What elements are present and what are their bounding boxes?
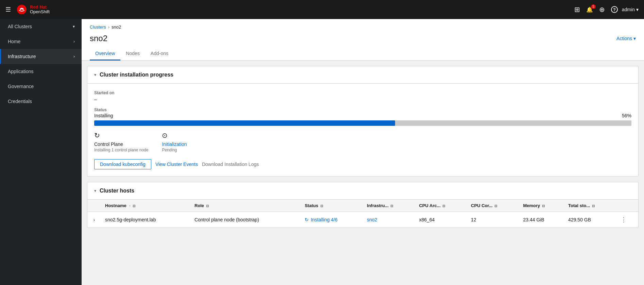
started-on-label: Started on bbox=[94, 90, 114, 95]
status-installing: ↻ Installing 4/6 bbox=[305, 217, 359, 222]
download-kubeconfig-button[interactable]: Download kubeconfig bbox=[94, 159, 151, 169]
collapse-icon: ▾ bbox=[94, 72, 96, 77]
hostname-sort-icon: ↑ bbox=[129, 204, 131, 208]
th-status[interactable]: Status ⊟ bbox=[301, 200, 363, 212]
th-infra[interactable]: Infrastru... ⊟ bbox=[363, 200, 415, 212]
infra-link[interactable]: sno2 bbox=[367, 217, 377, 222]
breadcrumb-separator: › bbox=[108, 24, 109, 30]
content-area: ▾ Cluster installation progress Started … bbox=[82, 61, 644, 285]
status-filter-icon[interactable]: ⊟ bbox=[320, 204, 323, 208]
help-icon[interactable]: ? bbox=[611, 6, 618, 13]
status-link[interactable]: Installing 4/6 bbox=[311, 217, 338, 222]
initialization-icon: ⊙ bbox=[162, 131, 187, 139]
cluster-hosts-body: Hostname ↑ ⊟ Role ⊟ Status bbox=[87, 200, 638, 228]
infra-filter-icon[interactable]: ⊟ bbox=[390, 204, 393, 208]
cluster-installation-title: Cluster installation progress bbox=[100, 72, 173, 78]
view-cluster-events-link[interactable]: View Cluster Events bbox=[155, 162, 198, 167]
sidebar-item-infrastructure[interactable]: Infrastructure › bbox=[0, 49, 82, 64]
initialization-sub: Pending bbox=[162, 148, 187, 152]
memory-filter-icon[interactable]: ⊟ bbox=[542, 204, 545, 208]
svg-point-0 bbox=[17, 5, 27, 14]
chevron-right-icon: › bbox=[73, 39, 75, 44]
add-icon[interactable]: ⊕ bbox=[599, 5, 605, 14]
hamburger-menu-icon[interactable]: ☰ bbox=[5, 6, 11, 13]
notifications-icon[interactable]: 🔔 bbox=[586, 6, 593, 13]
tabs-bar: Overview Nodes Add-ons bbox=[82, 47, 644, 61]
page-header: sno2 Actions ▾ bbox=[82, 32, 644, 47]
th-expand bbox=[87, 200, 101, 212]
table-row: › sno2.5g-deployment.lab Control plane n… bbox=[87, 212, 638, 228]
row-expand-button[interactable]: › bbox=[94, 218, 95, 222]
cell-cpu-cores: 12 bbox=[467, 212, 519, 228]
redhat-logo-icon bbox=[16, 4, 27, 15]
sidebar-item-applications[interactable]: Applications bbox=[0, 64, 82, 79]
row-kebab-menu-button[interactable]: ⋮ bbox=[621, 216, 627, 223]
installing-spin-icon: ↻ bbox=[305, 217, 309, 222]
user-menu[interactable]: admin ▾ bbox=[622, 7, 639, 12]
cell-row-actions: ⋮ bbox=[616, 212, 638, 228]
cell-cpu-arch: x86_64 bbox=[415, 212, 467, 228]
th-cpu-arch[interactable]: CPU Arc... ⊟ bbox=[415, 200, 467, 212]
progress-steps: ↻ Control Plane Installing 1 control pla… bbox=[94, 131, 631, 152]
sidebar: All Clusters ▾ Home › Infrastructure › A… bbox=[0, 19, 82, 285]
cell-memory: 23.44 GiB bbox=[519, 212, 564, 228]
th-row-actions bbox=[616, 200, 638, 212]
cluster-hosts-panel-header[interactable]: ▾ Cluster hosts bbox=[87, 182, 638, 200]
grid-icon[interactable]: ⊞ bbox=[574, 5, 580, 14]
user-label: admin bbox=[622, 7, 635, 12]
sidebar-item-all-clusters[interactable]: All Clusters ▾ bbox=[0, 19, 82, 34]
th-hostname[interactable]: Hostname ↑ ⊟ bbox=[101, 200, 190, 212]
status-section: Status Installing 56% bbox=[94, 107, 631, 126]
top-navigation: ☰ Red Hat OpenShift ⊞ 🔔 ⊕ ? admin ▾ bbox=[0, 0, 644, 19]
main-content: Clusters › sno2 sno2 Actions ▾ Overview … bbox=[82, 19, 644, 285]
progress-step-initialization: ⊙ Initialization Pending bbox=[162, 131, 187, 152]
tab-overview[interactable]: Overview bbox=[90, 47, 120, 61]
openshift-label: OpenShift bbox=[30, 10, 50, 14]
cpu-cores-filter-icon[interactable]: ⊟ bbox=[494, 204, 497, 208]
initialization-link[interactable]: Initialization bbox=[162, 141, 187, 147]
download-installation-logs-link: Download Installation Logs bbox=[202, 162, 259, 167]
page-title: sno2 bbox=[90, 34, 107, 43]
control-plane-title: Control Plane bbox=[94, 141, 148, 147]
user-caret-icon: ▾ bbox=[636, 7, 639, 12]
collapse-hosts-icon: ▾ bbox=[94, 188, 96, 193]
progress-percentage: 56% bbox=[622, 113, 631, 118]
th-cpu-cores[interactable]: CPU Cor... ⊟ bbox=[467, 200, 519, 212]
sidebar-item-governance[interactable]: Governance bbox=[0, 79, 82, 94]
hosts-table: Hostname ↑ ⊟ Role ⊟ Status bbox=[87, 200, 638, 228]
status-label: Status bbox=[94, 107, 631, 112]
storage-filter-icon[interactable]: ⊟ bbox=[592, 204, 595, 208]
th-storage[interactable]: Total sto... ⊟ bbox=[564, 200, 616, 212]
actions-button[interactable]: Actions ▾ bbox=[616, 36, 636, 41]
tab-addons[interactable]: Add-ons bbox=[145, 47, 174, 61]
install-grid: Started on – bbox=[94, 90, 631, 102]
progress-bar bbox=[94, 120, 631, 126]
control-plane-icon: ↻ bbox=[94, 131, 148, 139]
th-role[interactable]: Role ⊟ bbox=[190, 200, 301, 212]
sidebar-item-credentials[interactable]: Credentials bbox=[0, 94, 82, 109]
hostname-filter-icon[interactable]: ⊟ bbox=[133, 204, 135, 208]
redhat-label: Red Hat bbox=[30, 5, 50, 10]
cluster-installation-panel-header[interactable]: ▾ Cluster installation progress bbox=[87, 66, 638, 84]
actions-caret-icon: ▾ bbox=[633, 36, 636, 41]
sidebar-item-home[interactable]: Home › bbox=[0, 34, 82, 49]
cluster-hosts-panel: ▾ Cluster hosts Hostname ↑ ⊟ bbox=[87, 182, 639, 228]
cluster-installation-body: Started on – Status Installing 56% bbox=[87, 84, 638, 176]
hosts-table-body: › sno2.5g-deployment.lab Control plane n… bbox=[87, 212, 638, 228]
breadcrumb-current: sno2 bbox=[112, 24, 121, 30]
progress-bar-fill bbox=[94, 120, 395, 126]
cell-role: Control plane node (bootstrap) bbox=[190, 212, 301, 228]
status-value: Installing bbox=[94, 113, 113, 118]
hosts-table-header: Hostname ↑ ⊟ Role ⊟ Status bbox=[87, 200, 638, 212]
started-on-field: Started on – bbox=[94, 90, 114, 102]
chevron-right-icon: › bbox=[73, 54, 75, 59]
th-memory[interactable]: Memory ⊟ bbox=[519, 200, 564, 212]
cell-infra: sno2 bbox=[363, 212, 415, 228]
breadcrumb-clusters-link[interactable]: Clusters bbox=[90, 24, 106, 30]
cell-storage: 429.50 GB bbox=[564, 212, 616, 228]
role-filter-icon[interactable]: ⊟ bbox=[206, 204, 209, 208]
started-on-value: – bbox=[94, 97, 114, 102]
action-links: Download kubeconfig View Cluster Events … bbox=[94, 159, 631, 169]
tab-nodes[interactable]: Nodes bbox=[120, 47, 145, 61]
cpu-arch-filter-icon[interactable]: ⊟ bbox=[442, 204, 445, 208]
